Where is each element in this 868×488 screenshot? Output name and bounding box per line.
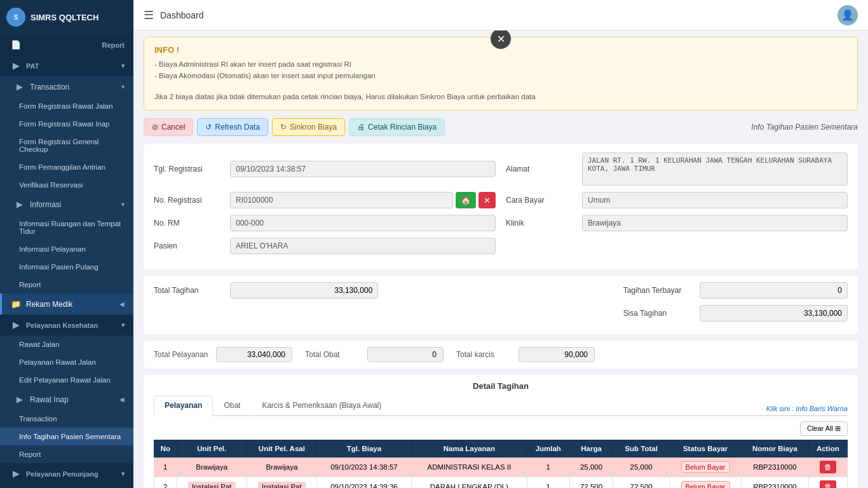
no-registrasi-group: No. Registrasi 🏠 ✕ — [154, 192, 496, 208]
sidebar-item-form-rawat-inap[interactable]: Form Registrasi Rawat Inap — [0, 115, 133, 133]
rekam-icon: 📁 — [11, 299, 21, 309]
total-karcis-item: Total karcis 90,000 — [456, 347, 595, 362]
cetak-rincian-button[interactable]: 🖨 Cetak Rincian Biaya — [349, 118, 445, 136]
table-cell: 72,500 — [569, 477, 613, 488]
klinik-input[interactable] — [582, 215, 848, 231]
col-no: No — [154, 440, 177, 458]
nomor-biaya-cell: RBP2310000 — [742, 458, 809, 477]
klinik-group: Klinik — [506, 215, 848, 231]
app-logo: S — [6, 8, 25, 27]
sidebar-item-form-general[interactable]: Form Registrasi General Checkup — [0, 133, 133, 158]
no-registrasi-input[interactable] — [230, 192, 453, 208]
sidebar-item-rawat-inap[interactable]: ▶ Rawat Inap ◀ — [0, 389, 133, 410]
sisa-tagihan-input — [700, 305, 848, 322]
alamat-input[interactable]: JALAN RT. 1 RW. 1 KELURAHAN JAWA TENGAH … — [582, 152, 848, 186]
sisa-row: Sisa Tagihan — [154, 305, 848, 322]
sidebar-item-instalasi-gizi[interactable]: ▶ Instalasi Gizi ▾ — [0, 484, 133, 488]
tagihan-terbayar-label: Tagihan Terbayar — [623, 286, 693, 295]
tgl-registrasi-group: Tgl. Registrasi — [154, 152, 496, 186]
info-banner-line2: - Biaya Akomodasi (Otomatis) akan ter in… — [154, 70, 847, 81]
sidebar-item-pelayanan-kesehatan[interactable]: ▶ Pelayanan Kesehatan ▾ — [0, 315, 133, 336]
sidebar-item-info-tagihan[interactable]: Info Tagihan Pasien Sementara — [0, 428, 133, 445]
sidebar-item-report-top[interactable]: 📄 Report — [0, 34, 133, 55]
table-cell: 1 — [527, 458, 569, 477]
sidebar-item-edit-pelayanan[interactable]: Edit Pelayanan Rawat Jalan — [0, 371, 133, 389]
sidebar-item-report-pat[interactable]: Report — [0, 276, 133, 294]
tab-obat[interactable]: Obat — [213, 396, 251, 415]
status-bayar-cell: Belum Bayar — [670, 458, 742, 477]
tgl-registrasi-input[interactable] — [230, 161, 496, 177]
sidebar-item-transaction-main[interactable]: Transaction — [0, 410, 133, 428]
info-banner-line3: Jika 2 biaya diatas jika tidak ditemukan… — [154, 91, 847, 102]
hamburger-menu[interactable]: ☰ — [144, 8, 154, 22]
penunjang-icon: ▶ — [11, 469, 21, 478]
refresh-data-button[interactable]: ↺ Refresh Data — [197, 118, 268, 136]
col-status-bayar: Status Bayar — [670, 440, 742, 458]
app-title: SIMRS QQLTECH — [31, 13, 98, 22]
alamat-group: Alamat JALAN RT. 1 RW. 1 KELURAHAN JAWA … — [506, 152, 848, 186]
print-icon: 🖨 — [357, 123, 365, 132]
sidebar-item-form-rawat-jalan[interactable]: Form Registrasi Rawat Jalan — [0, 97, 133, 115]
no-rm-label: No. RM — [154, 219, 224, 227]
cara-bayar-input[interactable] — [582, 192, 848, 208]
table-cell: ADMINISTRASI KELAS II — [411, 458, 527, 477]
table-header: No Unit Pel. Unit Pel. Asal Tgl. Biaya N… — [154, 440, 848, 458]
sidebar-item-info-ruangan[interactable]: Informasi Ruangan dan Tempat Tidur — [0, 215, 133, 240]
no-reg-search-button[interactable]: 🏠 — [456, 192, 476, 208]
table-cell: Brawijaya — [177, 458, 247, 477]
user-avatar[interactable]: 👤 — [837, 5, 858, 25]
tab-pelayanan[interactable]: Pelayanan — [154, 396, 213, 416]
table-cell: 25,000 — [613, 458, 670, 477]
registration-form: Tgl. Registrasi Alamat JALAN RT. 1 RW. 1… — [144, 144, 858, 269]
table-cell: 72,500 — [613, 477, 670, 488]
form-row-4: Pasien — [154, 238, 848, 254]
no-reg-clear-button[interactable]: ✕ — [478, 192, 496, 208]
table-cell: Brawijaya — [247, 458, 316, 477]
sidebar-item-informasi[interactable]: ▶ Informasi ▾ — [0, 194, 133, 215]
clear-all-button[interactable]: Clear All ⊞ — [800, 421, 848, 436]
sidebar-item-info-pelayanan[interactable]: Informasi Pelayanan — [0, 240, 133, 258]
transaction-icon: ▶ — [15, 82, 25, 92]
tagihan-terbayar-input — [700, 282, 848, 299]
status-bayar-cell: Belum Bayar — [670, 477, 742, 488]
sidebar-item-rekam-medik[interactable]: 📁 Rekam Medik ◀ — [0, 294, 133, 315]
sidebar-item-pat[interactable]: ▶ PAT ▾ — [0, 55, 133, 76]
transaction-arrow: ▾ — [121, 83, 125, 90]
total-obat-value: 0 — [367, 347, 444, 362]
pat-arrow: ▾ — [121, 62, 125, 69]
col-jumlah: Jumlah — [527, 440, 569, 458]
table-cell: 09/10/2023 14:39:36 — [316, 477, 411, 488]
sidebar-item-verifikasi[interactable]: Verifikasi Reservasi — [0, 176, 133, 194]
sinkron-icon: ↻ — [280, 123, 287, 132]
tab-note[interactable]: Klik sini : Info Baris Warna — [766, 405, 848, 415]
page-info-label: Info Tagihan Pasien Sementara — [751, 123, 858, 132]
pasien-input[interactable] — [230, 238, 496, 254]
penunjang-arrow: ▾ — [121, 470, 125, 477]
pat-icon: ▶ — [11, 61, 21, 71]
sidebar-item-report-main[interactable]: Report — [0, 445, 133, 463]
delete-row-button[interactable]: 🗑 — [820, 461, 836, 473]
sidebar-item-transaction[interactable]: ▶ Transaction ▾ — [0, 76, 133, 97]
form-row-2: No. Registrasi 🏠 ✕ Cara Bayar — [154, 192, 848, 208]
col-nomor-biaya: Nomor Biaya — [742, 440, 809, 458]
no-registrasi-input-group: 🏠 ✕ — [230, 192, 496, 208]
spacer2 — [154, 305, 378, 322]
delete-row-button[interactable]: 🗑 — [820, 480, 836, 488]
sidebar-item-rawat-jalan[interactable]: Rawat Jalan — [0, 336, 133, 353]
totals-section: Total Tagihan Tagihan Terbayar Sisa Tagi… — [144, 276, 858, 334]
no-rm-group: No. RM — [154, 215, 496, 231]
sidebar-item-pelayanan-rawat-jalan[interactable]: Pelayanan Rawat Jalan — [0, 353, 133, 371]
sinkron-biaya-button[interactable]: ↻ Sinkron Biaya — [272, 118, 345, 136]
total-obat-label: Total Obat — [305, 350, 362, 359]
sidebar-item-form-panggilan[interactable]: Form Pemanggilan Antrian — [0, 158, 133, 176]
detail-section: Detail Tagihan Pelayanan Obat Karcis & P… — [144, 375, 858, 488]
sidebar-header: S SIMRS QQLTECH — [0, 0, 133, 34]
no-rm-input[interactable] — [230, 215, 496, 231]
total-pelayanan-label: Total Pelayanan — [154, 350, 211, 359]
cancel-button[interactable]: ⊘ Cancel — [144, 118, 193, 136]
total-karcis-value: 90,000 — [519, 347, 595, 362]
sidebar-item-pelayanan-penunjang[interactable]: ▶ Pelayanan Penunjang ▾ — [0, 463, 133, 484]
tab-karcis[interactable]: Karcis & Pemeriksaan (Biaya Awal) — [251, 396, 392, 415]
sidebar-item-info-pasien[interactable]: Informasi Pasien Pulang — [0, 258, 133, 276]
empty-group — [506, 238, 848, 254]
